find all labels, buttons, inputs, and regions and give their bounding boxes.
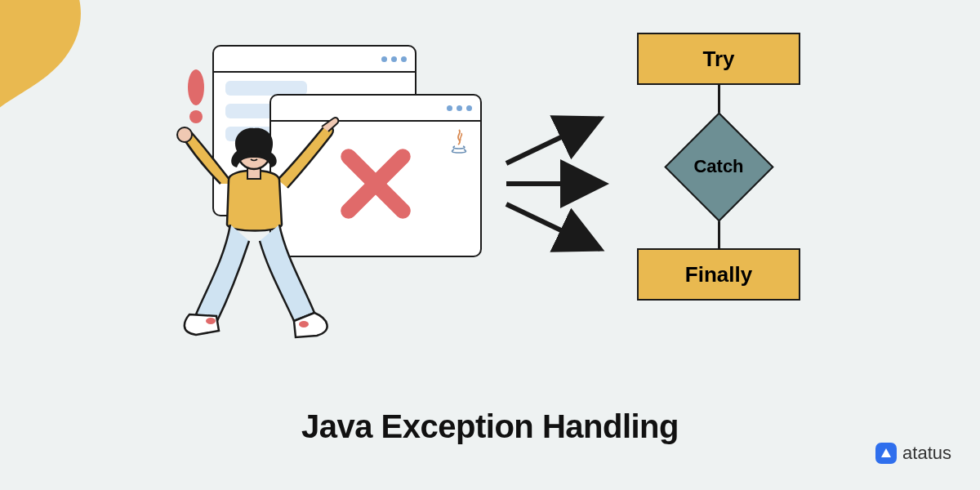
svg-point-5 [206, 318, 216, 324]
window-control-dots [381, 56, 387, 62]
finally-label: Finally [685, 262, 752, 287]
try-catch-finally-flowchart: Try Catch Finally [629, 33, 808, 301]
window-control-dots [457, 105, 462, 111]
brand-name: atatus [902, 443, 951, 464]
try-label: Try [702, 47, 734, 72]
brand-mark-icon [875, 443, 897, 464]
svg-line-13 [506, 204, 600, 249]
try-box: Try [637, 33, 800, 85]
error-illustration [147, 45, 490, 323]
connector-line [718, 85, 720, 114]
window-control-dots [391, 56, 397, 62]
window-titlebar [214, 47, 415, 73]
connector-line [718, 220, 720, 248]
window-control-dots [401, 56, 407, 62]
catch-diamond: Catch [666, 114, 772, 220]
svg-point-4 [177, 127, 192, 142]
decorative-blob [0, 0, 98, 147]
svg-point-10 [257, 151, 261, 154]
brand-logo: atatus [875, 443, 951, 464]
svg-point-2 [188, 69, 204, 105]
finally-box: Finally [637, 248, 800, 301]
flow-arrows [498, 106, 621, 261]
svg-line-11 [506, 118, 600, 163]
window-control-dots [466, 105, 472, 111]
catch-label: Catch [666, 114, 772, 220]
svg-point-9 [247, 151, 251, 154]
java-logo-icon [448, 128, 470, 160]
page-title: Java Exception Handling [0, 408, 980, 445]
person-character [172, 110, 351, 347]
svg-point-6 [299, 321, 309, 327]
window-control-dots [447, 105, 452, 111]
